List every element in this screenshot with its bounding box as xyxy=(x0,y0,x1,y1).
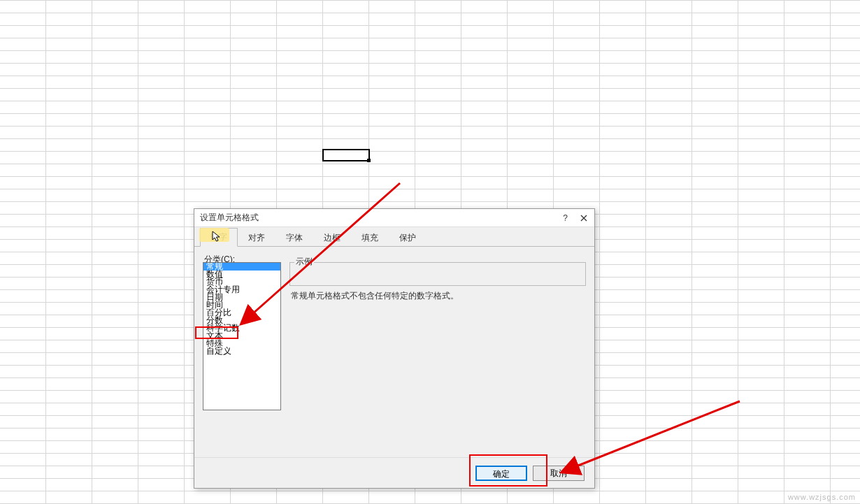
category-listbox[interactable]: 常规 数值 货币 会计专用 日期 时间 百分比 分数 科学记数 文本 特殊 自定… xyxy=(203,262,281,410)
list-item[interactable]: 自定义 xyxy=(203,347,280,355)
tab-alignment[interactable]: 对齐 xyxy=(238,229,275,247)
window-controls: ? xyxy=(563,213,590,223)
format-description: 常规单元格格式不包含任何特定的数字格式。 xyxy=(291,290,585,301)
tab-number[interactable]: 数字 xyxy=(200,228,238,247)
format-cells-dialog: 设置单元格格式 ? 数字 对齐 字体 边框 填充 保护 分类(C): 常规 数值… xyxy=(194,208,595,489)
help-button[interactable]: ? xyxy=(563,213,568,223)
tab-border[interactable]: 边框 xyxy=(313,229,351,247)
dialog-tabs: 数字 对齐 字体 边框 填充 保护 xyxy=(194,227,594,247)
sample-label: 示例 xyxy=(294,256,314,268)
selected-cell[interactable] xyxy=(322,149,370,161)
sample-groupbox: 示例 xyxy=(289,262,586,286)
watermark: www.wzjsgs.com xyxy=(788,493,856,501)
dialog-titlebar[interactable]: 设置单元格格式 ? xyxy=(194,209,594,227)
tab-font[interactable]: 字体 xyxy=(275,229,313,247)
dialog-buttons: 确定 取消 xyxy=(194,457,594,488)
close-icon[interactable] xyxy=(580,215,587,222)
ok-button[interactable]: 确定 xyxy=(475,466,527,481)
dialog-title: 设置单元格格式 xyxy=(200,212,259,224)
dialog-body: 分类(C): 常规 数值 货币 会计专用 日期 时间 百分比 分数 科学记数 文… xyxy=(194,247,594,457)
tab-protection[interactable]: 保护 xyxy=(389,229,427,247)
cancel-button[interactable]: 取消 xyxy=(533,466,585,481)
tab-fill[interactable]: 填充 xyxy=(351,229,389,247)
